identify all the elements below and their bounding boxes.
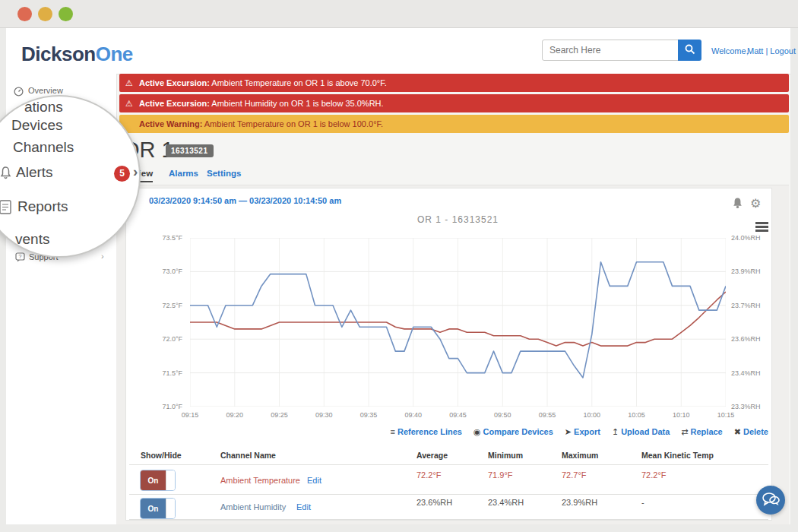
minimum-value: 23.4%RH bbox=[488, 498, 524, 507]
window-minimize-button[interactable] bbox=[38, 7, 52, 21]
replace-link[interactable]: ⇄Replace bbox=[681, 427, 722, 437]
sidebar-item-devices[interactable]: Devices bbox=[11, 117, 63, 134]
chevron-right-icon[interactable]: › bbox=[101, 252, 104, 261]
edit-link[interactable]: Edit bbox=[307, 476, 321, 485]
col-header-average: Average bbox=[416, 451, 448, 460]
alert-banner-warning-temp[interactable]: Active Warning: Ambient Temperature on O… bbox=[119, 115, 789, 133]
y-axis-right-labels: 24.0%RH23.9%RH23.7%RH23.6%RH23.4%RH23.3%… bbox=[731, 238, 769, 407]
device-serial-badge: 16313521 bbox=[166, 144, 214, 157]
alerts-count-badge: 5 bbox=[114, 166, 130, 182]
reports-icon bbox=[0, 200, 13, 219]
delete-x-icon: ✖ bbox=[734, 427, 741, 436]
export-link[interactable]: ➤Export bbox=[565, 427, 600, 437]
mkt-value: 72.2°F bbox=[641, 470, 667, 480]
export-arrow-icon: ➤ bbox=[565, 427, 572, 436]
tab-alarms[interactable]: Alarms bbox=[169, 169, 198, 178]
logo-primary: Dickson bbox=[21, 43, 96, 65]
screenshot-root: DicksonOne Welcome, Matt | Logout Overvi… bbox=[0, 0, 798, 532]
welcome-text: Welcome, bbox=[711, 46, 749, 55]
y-axis-left-labels: 73.5°F73.0°F72.5°F72.0°F71.5°F71.0°F bbox=[144, 238, 182, 407]
dicksonone-logo[interactable]: DicksonOne bbox=[21, 43, 133, 66]
show-hide-toggle[interactable]: On bbox=[140, 498, 176, 519]
maximum-value: 23.9%RH bbox=[562, 498, 597, 507]
table-divider bbox=[129, 519, 768, 520]
maximum-value: 72.7°F bbox=[562, 470, 587, 480]
support-icon: ? bbox=[15, 252, 25, 265]
col-header-maximum: Maximum bbox=[562, 451, 598, 460]
table-divider bbox=[129, 494, 768, 495]
mkt-value: - bbox=[641, 498, 644, 507]
sidebar-item-reports[interactable]: Reports bbox=[17, 198, 68, 215]
toggle-knob bbox=[166, 470, 175, 490]
banner-message: Ambient Temperature on OR 1 is below 100… bbox=[202, 119, 383, 128]
search-input[interactable] bbox=[542, 40, 679, 61]
chart-menu-icon[interactable] bbox=[755, 222, 768, 233]
col-header-minimum: Minimum bbox=[488, 451, 523, 460]
search-button[interactable] bbox=[678, 40, 701, 61]
average-value: 72.2°F bbox=[416, 470, 442, 480]
toggle-knob bbox=[166, 499, 175, 518]
line-chart-plot[interactable] bbox=[190, 238, 726, 407]
chart-title: OR 1 - 16313521 bbox=[190, 214, 726, 225]
sidebar-item-channels[interactable]: Channels bbox=[13, 139, 74, 156]
average-value: 23.6%RH bbox=[416, 498, 452, 507]
compare-devices-link[interactable]: ◉Compare Devices bbox=[473, 427, 553, 437]
window-zoom-button[interactable] bbox=[59, 7, 73, 21]
date-range-link[interactable]: 03/23/2020 9:14:50 am — 03/23/2020 10:14… bbox=[149, 196, 341, 205]
show-hide-toggle[interactable]: On bbox=[140, 470, 176, 491]
toggle-on-label: On bbox=[141, 499, 166, 518]
logo-accent: One bbox=[96, 43, 133, 65]
sidebar-item-locations-partial[interactable]: ations bbox=[24, 99, 63, 116]
delete-link[interactable]: ✖Delete bbox=[734, 427, 768, 437]
svg-text:?: ? bbox=[19, 254, 22, 259]
banner-title: Active Excursion: bbox=[139, 78, 210, 87]
banner-message: Ambient Humidity on OR 1 is below 35.0%R… bbox=[210, 99, 384, 108]
bell-icon[interactable] bbox=[731, 197, 744, 213]
channel-name: Ambient Temperature bbox=[220, 476, 300, 485]
chevron-right-icon[interactable]: › bbox=[133, 163, 138, 180]
banner-title: Active Excursion: bbox=[139, 99, 210, 108]
reference-lines-link[interactable]: ≡Reference Lines bbox=[391, 427, 462, 437]
warning-triangle-icon: ⚠ bbox=[119, 74, 139, 92]
table-divider bbox=[129, 464, 768, 465]
alerts-bell-icon bbox=[0, 166, 12, 184]
upload-icon: ↥ bbox=[612, 427, 619, 436]
alert-banner-excursion-temp[interactable]: ⚠Active Excursion: Ambient Temperature o… bbox=[119, 74, 789, 92]
toggle-on-label: On bbox=[141, 470, 166, 490]
col-header-show-hide: Show/Hide bbox=[141, 451, 182, 460]
sidebar-item-events-partial[interactable]: vents bbox=[15, 231, 49, 248]
alert-banner-excursion-humidity[interactable]: ⚠Active Excursion: Ambient Humidity on O… bbox=[119, 94, 789, 112]
sidebar-item-overview[interactable]: Overview bbox=[28, 86, 63, 95]
overview-icon bbox=[14, 86, 24, 100]
banner-title: Active Warning: bbox=[139, 119, 202, 128]
shuffle-icon: ⇄ bbox=[681, 427, 688, 436]
eye-icon: ◉ bbox=[473, 427, 481, 436]
warning-triangle-icon: ⚠ bbox=[119, 94, 139, 112]
user-menu-links[interactable]: Matt | Logout bbox=[747, 46, 796, 55]
channel-name: Ambient Humidity bbox=[220, 502, 286, 511]
minimum-value: 71.9°F bbox=[488, 470, 513, 480]
chart-toolbar: ≡Reference Lines ◉Compare Devices ➤Expor… bbox=[319, 427, 768, 437]
sidebar-item-alerts[interactable]: Alerts bbox=[16, 164, 53, 181]
gear-icon[interactable]: ⚙ bbox=[750, 196, 761, 211]
window-titlebar bbox=[0, 0, 798, 28]
banner-message: Ambient Temperature on OR 1 is above 70.… bbox=[210, 78, 387, 87]
reference-lines-icon: ≡ bbox=[391, 427, 395, 436]
tab-settings[interactable]: Settings bbox=[207, 169, 241, 178]
search-icon bbox=[685, 44, 695, 55]
col-header-mkt: Mean Kinetic Temp bbox=[641, 451, 714, 460]
chat-bubbles-icon bbox=[762, 492, 780, 507]
upload-data-link[interactable]: ↥Upload Data bbox=[612, 427, 670, 437]
col-header-channel-name: Channel Name bbox=[220, 451, 276, 460]
edit-link[interactable]: Edit bbox=[296, 502, 311, 511]
chat-button[interactable] bbox=[756, 486, 785, 515]
window-close-button[interactable] bbox=[17, 7, 32, 21]
